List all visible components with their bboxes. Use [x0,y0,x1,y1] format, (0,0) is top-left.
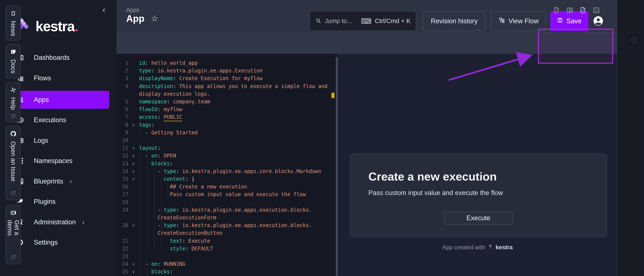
breadcrumb[interactable]: Apps [126,7,140,13]
code-row[interactable]: 13∨ blocks: [116,160,330,168]
line-number: 5 [116,98,128,106]
grid-view-icon[interactable] [592,5,601,15]
sidebar-item-blueprints[interactable]: Blueprints › [10,172,109,190]
code-text: - on: OPEN [139,152,176,160]
code-row[interactable]: 16 ## Create a new execution [116,183,330,191]
github-icon [10,131,16,138]
code-row[interactable]: 19 - type: io.kestra.plugin.ee.apps.exec… [116,206,330,214]
code-row[interactable]: 14∨ - type: io.kestra.plugin.ee.apps.cor… [116,168,330,175]
file-edit-icon[interactable] [552,5,561,15]
code-text: id: hello_world_app [139,59,198,67]
code-text: access: PUBLIC [139,113,182,121]
rail-tab-docs[interactable]: Docs [6,44,21,79]
line-number: 9 [116,129,128,137]
line-number: 12 [116,152,128,160]
sidebar-item-dashboards[interactable]: Dashboards [10,49,109,67]
sidebar-item-label: Settings [34,239,58,246]
news-badge-notch [631,38,636,43]
execute-label: Execute [466,214,490,222]
code-row[interactable]: 9 - Getting Started [116,129,330,137]
form-preview-icon[interactable] [578,5,588,15]
sidebar-item-label: Apps [34,96,49,104]
kestra-logo[interactable]: kestra. [13,18,78,35]
execute-button[interactable]: Execute [444,212,513,225]
sidebar-item-flows[interactable]: Flows [10,69,109,87]
line-number: 16 [116,183,128,191]
code-row[interactable]: 8∨tags: [116,121,330,129]
jump-to-search[interactable]: Jump to... ⌨ Ctrl/Cmd + K [310,11,416,31]
rail-tab-open-an-issue[interactable]: Open an Issue [6,126,21,200]
code-row[interactable]: 6flowId: myflow [116,105,330,113]
code-row[interactable]: 22 style: DEFAULT [116,245,330,253]
code-row[interactable]: 5namespace: company.team [116,98,330,106]
sidebar-item-apps[interactable]: Apps [10,91,109,109]
code-row[interactable]: 25∨ blocks: [116,268,330,276]
code-row[interactable]: 12∨ - on: OPEN [116,152,330,160]
sidebar-item-logs[interactable]: Logs [10,132,109,150]
code-row[interactable]: 20∨ - type: io.kestra.plugin.ee.apps.exe… [116,222,330,230]
revision-history-label: Revision history [431,17,478,25]
code-text: - Getting Started [139,129,198,137]
code-row[interactable]: 2type: io.kestra.plugin.ee.apps.Executio… [116,67,330,75]
code-text: - type: io.kestra.plugin.ee.apps.executi… [139,222,312,230]
code-text: blocks: [139,160,173,168]
code-row[interactable]: 17 Pass custom input value and execute t… [116,191,330,199]
rail-tab-news[interactable]: News [6,5,21,40]
rail-tab-get-a-demo[interactable]: Get a demo [6,205,21,264]
code-text: text: Execute [139,237,210,245]
line-number: 25 [116,268,128,276]
favorite-star-icon[interactable]: ☆ [151,14,158,23]
editor-scrollbar[interactable] [336,57,338,276]
code-text: CreateExecutionButton [139,229,222,237]
user-avatar[interactable] [593,16,604,26]
code-text: - on: RUNNING [139,260,185,268]
view-flow-button[interactable]: View Flow [491,11,546,31]
sidebar-item-plugins[interactable]: Plugins [10,193,109,211]
yaml-code-editor[interactable]: 1id: hello_world_app2type: io.kestra.plu… [116,54,338,276]
keyboard-icon: ⌨ [361,18,372,24]
code-row[interactable]: 10 [116,137,330,144]
kestra-mini-logo-icon [488,244,493,250]
code-row[interactable]: display execution logs. [116,90,330,98]
split-view-icon[interactable] [565,5,574,15]
rail-tab-help[interactable]: Help [6,82,21,122]
sidebar-collapse-icon[interactable]: ‹ [99,5,109,15]
code-row[interactable]: 11∨layout: [116,144,330,152]
code-row[interactable]: 7access: PUBLIC [116,113,330,121]
code-row[interactable]: 21 text: Execute [116,237,330,245]
fold-chevron-icon[interactable]: ∨ [130,121,137,129]
kestra-wordmark: kestra. [36,18,78,34]
sidebar-item-executions[interactable]: Executions [10,111,109,129]
revision-history-button[interactable]: Revision history [423,11,485,31]
code-row[interactable]: 24∨ - on: RUNNING [116,260,330,268]
sidebar-item-administration[interactable]: Administration › [10,213,109,231]
app-footer: App created with kestra [338,244,617,251]
line-number: 6 [116,105,128,113]
fold-chevron-icon[interactable]: ∨ [130,260,137,268]
code-row[interactable]: 3displayName: Create Execution for myflo… [116,74,330,82]
sidebar-item-settings[interactable]: ⚙ Settings [10,234,109,252]
fold-chevron-icon[interactable]: ∨ [130,144,137,152]
code-row[interactable]: 4description: This app allows you to exe… [116,82,330,90]
rail-tab-label: Help [10,97,17,110]
code-row[interactable]: CreateExecutionButton [116,229,330,237]
line-number: 21 [116,237,128,245]
fold-chevron-icon[interactable]: ∨ [130,222,137,230]
code-row[interactable]: 18 [116,199,330,206]
sidebar-item-namespaces[interactable]: Namespaces [10,152,109,170]
fold-chevron-icon[interactable]: ∨ [130,175,137,183]
code-row[interactable]: CreateExecutionForm [116,214,330,222]
indent-guide [140,152,141,276]
line-number: 18 [116,199,128,206]
code-text: - type: io.kestra.plugin.ee.apps.core.bl… [139,168,321,175]
code-row[interactable]: 15∨ content: | [116,175,330,183]
fold-chevron-icon[interactable]: ∨ [130,268,137,276]
code-row[interactable]: 1id: hello_world_app [116,59,330,67]
code-text: blocks: [139,268,173,276]
code-row[interactable]: 23 [116,253,330,261]
external-link-icon [11,113,16,119]
fold-chevron-icon[interactable]: ∨ [130,152,137,160]
fold-chevron-icon[interactable]: ∨ [130,168,137,175]
card-heading: Create a new execution [368,170,497,183]
fold-chevron-icon[interactable]: ∨ [130,160,137,168]
